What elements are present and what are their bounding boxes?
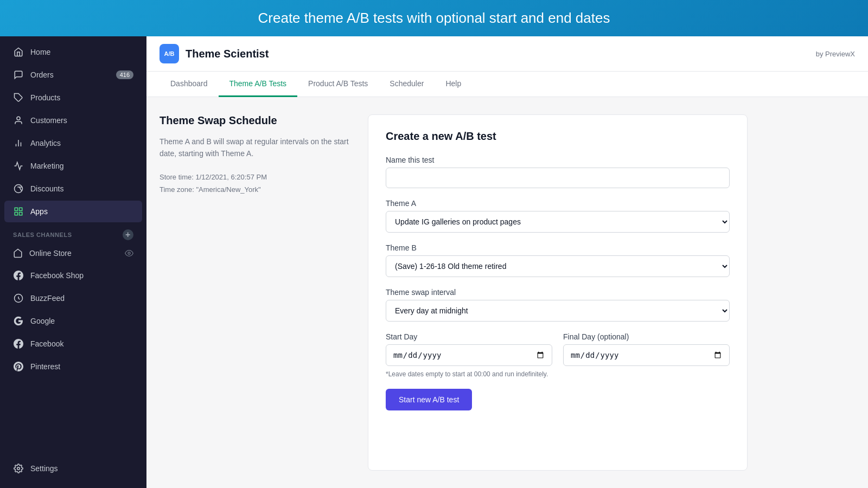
form-title: Create a new A/B test <box>386 130 730 143</box>
sidebar-item-google[interactable]: Google <box>4 310 142 332</box>
final-day-label: Final Day (optional) <box>563 332 730 341</box>
tabs-bar: Dashboard Theme A/B Tests Product A/B Te… <box>146 72 868 97</box>
left-panel: Theme Swap Schedule Theme A and B will s… <box>159 114 355 471</box>
sidebar-item-apps[interactable]: Apps <box>4 201 142 222</box>
sidebar-label-discounts: Discounts <box>30 184 63 193</box>
svg-point-14 <box>17 467 20 470</box>
sidebar-item-settings[interactable]: Settings <box>4 458 142 479</box>
tab-dashboard-label: Dashboard <box>170 79 208 88</box>
sidebar-label-facebook-shop: Facebook Shop <box>30 271 84 280</box>
sidebar-label-home: Home <box>30 48 50 56</box>
date-row: Start Day Final Day (optional) <box>386 332 730 366</box>
name-group: Name this test <box>386 156 730 188</box>
start-day-label: Start Day <box>386 332 552 341</box>
sidebar-item-products[interactable]: Products <box>4 87 142 108</box>
sidebar-item-discounts[interactable]: Discounts <box>4 178 142 200</box>
svg-point-12 <box>128 252 130 254</box>
google-icon <box>13 316 24 326</box>
sidebar-label-facebook: Facebook <box>30 339 63 348</box>
facebook-icon <box>13 338 24 349</box>
add-sales-channel-button[interactable]: + <box>123 229 133 240</box>
panel-description: Theme A and B will swap at regular inter… <box>159 136 355 160</box>
sales-channels-section: SALES CHANNELS + <box>4 223 142 242</box>
theme-b-select[interactable]: (Save) 1-26-18 Old theme retired Default… <box>386 255 730 277</box>
swap-interval-select[interactable]: Every day at midnight Every 12 hours Eve… <box>386 300 730 322</box>
start-day-group: Start Day <box>386 332 552 366</box>
sidebar-item-orders[interactable]: Orders 416 <box>4 64 142 86</box>
sidebar-label-orders: Orders <box>30 70 54 79</box>
app-logo-text: A/B <box>164 50 175 57</box>
sidebar-label-marketing: Marketing <box>30 162 63 170</box>
content-area: A/B Theme Scientist by PreviewX Dashboar… <box>146 36 868 488</box>
sidebar-item-pinterest[interactable]: Pinterest <box>4 356 142 377</box>
sidebar-label-online-store: Online Store <box>29 249 72 258</box>
date-hint: *Leave dates empty to start at 00:00 and… <box>386 370 730 378</box>
sidebar-item-marketing[interactable]: Marketing <box>4 155 142 177</box>
discounts-icon <box>13 183 24 194</box>
svg-point-1 <box>17 117 20 120</box>
panel-meta: Store time: 1/12/2021, 6:20:57 PM Time z… <box>159 171 355 196</box>
timezone: Time zone: "America/New_York" <box>159 183 355 196</box>
svg-rect-9 <box>20 208 22 210</box>
swap-interval-group: Theme swap interval Every day at midnigh… <box>386 288 730 322</box>
app-title: Theme Scientist <box>186 48 269 60</box>
theme-a-label: Theme A <box>386 199 730 208</box>
main-content: Theme Swap Schedule Theme A and B will s… <box>146 97 868 488</box>
panel-title: Theme Swap Schedule <box>159 114 355 127</box>
sidebar-item-home[interactable]: Home <box>4 41 142 63</box>
tab-scheduler[interactable]: Scheduler <box>379 72 435 97</box>
svg-point-5 <box>15 185 23 193</box>
swap-interval-label: Theme swap interval <box>386 288 730 297</box>
final-day-group: Final Day (optional) <box>563 332 730 366</box>
sidebar-label-pinterest: Pinterest <box>30 362 60 371</box>
analytics-icon <box>13 138 24 149</box>
sidebar-item-facebook-shop[interactable]: Facebook Shop <box>4 265 142 286</box>
app-header: A/B Theme Scientist by PreviewX <box>146 36 868 72</box>
top-banner: Create theme A/B tests with optional sta… <box>0 0 868 36</box>
create-test-form: Create a new A/B test Name this test The… <box>368 114 748 471</box>
pinterest-icon <box>13 361 24 372</box>
sidebar-label-buzzfeed: BuzzFeed <box>30 294 65 303</box>
tab-dashboard[interactable]: Dashboard <box>159 72 219 97</box>
tab-scheduler-label: Scheduler <box>390 79 424 88</box>
tab-theme-ab-tests-label: Theme A/B Tests <box>229 79 287 88</box>
theme-b-label: Theme B <box>386 243 730 252</box>
tab-help-label: Help <box>445 79 461 88</box>
eye-icon[interactable] <box>125 249 133 258</box>
tab-product-ab-tests-label: Product A/B Tests <box>308 79 368 88</box>
sidebar-item-online-store[interactable]: Online Store <box>4 243 142 264</box>
start-ab-test-button[interactable]: Start new A/B test <box>386 389 472 410</box>
store-time: Store time: 1/12/2021, 6:20:57 PM <box>159 171 355 183</box>
start-day-input[interactable] <box>386 344 552 366</box>
theme-a-group: Theme A Update IG galleries on product p… <box>386 199 730 233</box>
orders-icon <box>13 69 24 80</box>
final-day-input[interactable] <box>563 344 730 366</box>
theme-a-select[interactable]: Update IG galleries on product pages Def… <box>386 211 730 233</box>
sidebar-label-settings: Settings <box>30 464 58 473</box>
sidebar-label-customers: Customers <box>30 116 67 125</box>
sidebar-label-analytics: Analytics <box>30 139 61 147</box>
tab-product-ab-tests[interactable]: Product A/B Tests <box>297 72 379 97</box>
banner-text: Create theme A/B tests with optional sta… <box>258 10 610 26</box>
sidebar-item-analytics[interactable]: Analytics <box>4 132 142 154</box>
svg-rect-11 <box>15 213 17 215</box>
customers-icon <box>13 115 24 126</box>
sidebar-label-products: Products <box>30 93 60 102</box>
buzzfeed-icon <box>13 293 24 304</box>
apps-icon <box>13 206 24 217</box>
svg-line-6 <box>20 187 22 191</box>
sidebar: Home Orders 416 Products <box>0 36 146 488</box>
sidebar-item-customers[interactable]: Customers <box>4 110 142 131</box>
app-by-text: by PreviewX <box>816 50 855 58</box>
home-icon <box>13 47 24 57</box>
sidebar-item-buzzfeed[interactable]: BuzzFeed <box>4 287 142 309</box>
start-btn-label: Start new A/B test <box>399 395 459 404</box>
sidebar-label-google: Google <box>30 317 55 325</box>
sidebar-item-facebook[interactable]: Facebook <box>4 333 142 355</box>
tab-help[interactable]: Help <box>435 72 472 97</box>
app-logo: A/B <box>159 44 179 63</box>
svg-rect-8 <box>15 208 17 210</box>
tab-theme-ab-tests[interactable]: Theme A/B Tests <box>219 72 298 97</box>
settings-icon <box>13 463 24 474</box>
name-input[interactable] <box>386 168 730 188</box>
